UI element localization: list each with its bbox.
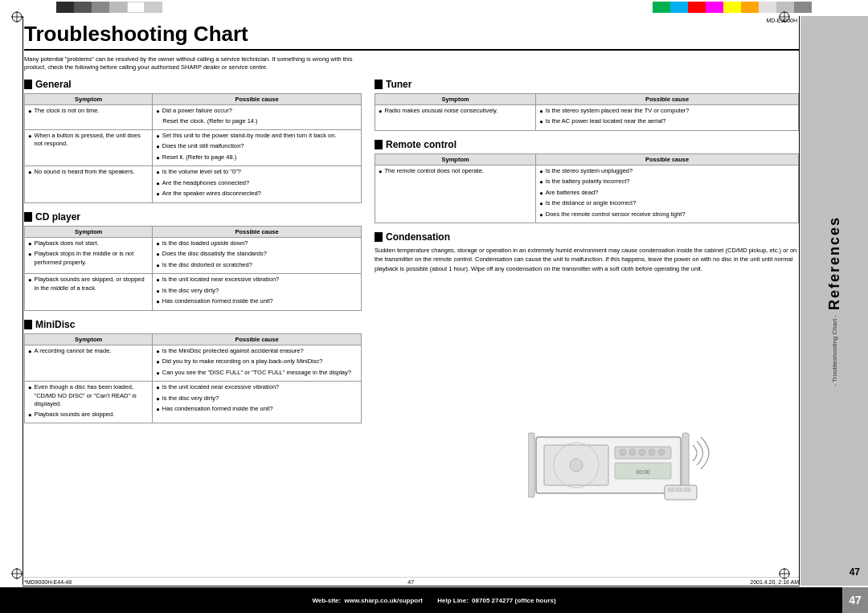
cd-player-table: Symptom Possible cause ●Playback does no… <box>24 226 362 311</box>
table-row: ●When a button is pressed, the unit does… <box>25 129 362 166</box>
minidisc-title-block <box>24 320 32 329</box>
cd-row2-symptom: ●Playback sounds are skipped, or stopped… <box>25 274 153 311</box>
minidisc-row1-cause: ●Is the MiniDisc protected against accid… <box>153 345 362 382</box>
minidisc-row2-cause: ●Is the unit located near excessive vibr… <box>153 382 362 423</box>
cd-title-block <box>24 212 32 222</box>
tuner-symptom-header: Symptom <box>375 93 536 104</box>
cd-player-title: CD player <box>24 211 362 223</box>
footer-right: 2001.4.20, 2:16 AM <box>750 579 799 585</box>
tuner-title-block <box>375 80 383 89</box>
left-column: General Symptom Possible cause <box>24 79 362 586</box>
svg-text:00:00: 00:00 <box>636 469 650 475</box>
table-row: ●Radio makes unusual noise consecutively… <box>375 104 799 130</box>
remote-title-block <box>375 140 383 149</box>
svg-point-18 <box>629 449 636 456</box>
remote-row1-cause: ●Is the stereo system unplugged? ●Is the… <box>536 165 799 223</box>
svg-point-20 <box>649 449 655 456</box>
svg-rect-28 <box>676 488 682 492</box>
general-row3-cause: ●Is the volume level set to "0"? ●Are th… <box>153 166 362 203</box>
left-border-line <box>23 16 23 585</box>
right-border-line <box>799 16 800 585</box>
page-wrapper: MD-E9000H References - Troubleshooting C… <box>0 0 868 613</box>
section-cd-player: CD player Symptom Possible cause <box>24 211 362 311</box>
two-col-layout: General Symptom Possible cause <box>24 79 799 586</box>
remote-row1-symptom: ●The remote control does not operate. <box>375 165 536 223</box>
reg-mark-bl <box>11 568 23 581</box>
table-row: ●The clock is not on time. ●Did a power … <box>25 104 362 129</box>
bottom-bar: Web-site: www.sharp.co.uk/support Help L… <box>0 587 868 613</box>
references-sub-label: - Troubleshooting Chart - <box>831 315 838 386</box>
footer-line <box>23 586 800 586</box>
general-row2-cause: ●Set this unit to the power stand-by mod… <box>153 129 362 166</box>
table-row: ●A recording cannot be made. ●Is the Min… <box>25 345 362 382</box>
section-general: General Symptom Possible cause <box>24 79 362 203</box>
general-table: Symptom Possible cause ●The clock is not… <box>24 93 362 203</box>
svg-rect-26 <box>665 485 697 500</box>
tuner-title: Tuner <box>375 79 799 90</box>
section-tuner: Tuner Symptom Possible cause <box>375 79 799 131</box>
helpline-number: 08705 274277 (office hours) <box>472 597 556 604</box>
minidisc-cause-header: Possible cause <box>153 333 362 345</box>
remote-control-table: Symptom Possible cause ●The remote contr… <box>375 153 799 224</box>
general-title: General <box>24 79 362 90</box>
condensation-body: Sudden temperature changes, storage or o… <box>375 246 799 273</box>
page-number-sidebar: 47 <box>850 566 860 578</box>
table-row: ●Playback sounds are skipped, or stopped… <box>25 274 362 311</box>
reg-mark-tl <box>11 11 23 24</box>
web-label: Web-site: <box>312 597 341 604</box>
cd-row2-cause: ●Is the unit located near excessive vibr… <box>153 274 362 311</box>
table-row: ●Even though a disc has been loaded, "CD… <box>25 382 362 423</box>
tuner-cause-header: Possible cause <box>536 93 799 104</box>
tuner-row1-symptom: ●Radio makes unusual noise consecutively… <box>375 104 536 130</box>
general-row2-symptom: ●When a button is pressed, the unit does… <box>25 129 153 166</box>
svg-point-17 <box>620 449 626 456</box>
minidisc-table: Symptom Possible cause ●A recording cann… <box>24 333 362 424</box>
page-title: Troubleshooting Chart <box>24 16 799 51</box>
web-url: www.sharp.co.uk/support <box>344 597 423 604</box>
general-title-block <box>24 80 32 89</box>
minidisc-title: MiniDisc <box>24 319 362 330</box>
table-row: ●Playback does not start. ●Playback stop… <box>25 237 362 274</box>
minidisc-row1-symptom: ●A recording cannot be made. <box>25 345 153 382</box>
cd-symptom-header: Symptom <box>25 226 153 237</box>
bottom-bar-content: Web-site: www.sharp.co.uk/support Help L… <box>312 597 555 604</box>
cd-cause-header: Possible cause <box>153 226 362 237</box>
references-label: References <box>826 216 843 310</box>
cd-row1-cause: ●Is the disc loaded upside down? ●Does t… <box>153 237 362 274</box>
general-cause-header: Possible cause <box>153 93 362 104</box>
remote-cause-header: Possible cause <box>536 153 799 165</box>
remote-control-title: Remote control <box>375 139 799 150</box>
cd-row1-symptom: ●Playback does not start. ●Playback stop… <box>25 237 153 274</box>
condensation-title: Condensation <box>375 231 799 243</box>
right-column: Tuner Symptom Possible cause <box>375 79 799 586</box>
helpline-label: Help Line: <box>437 597 469 604</box>
section-condensation: Condensation Sudden temperature changes,… <box>375 231 799 273</box>
general-row1-symptom: ●The clock is not on time. <box>25 104 153 129</box>
table-row: ●No sound is heard from the speakers. ●I… <box>25 166 362 203</box>
intro-text: Many potential "problems" can be resolve… <box>24 55 362 72</box>
section-minidisc: MiniDisc Symptom Possible cause <box>24 319 362 424</box>
page-number-badge: 47 <box>842 587 868 613</box>
section-remote-control: Remote control Symptom Possible cause <box>375 139 799 224</box>
svg-rect-27 <box>668 488 674 492</box>
svg-rect-24 <box>528 433 534 497</box>
condensation-title-block <box>375 232 383 242</box>
table-row: ●The remote control does not operate. ●I… <box>375 165 799 223</box>
general-row1-cause: ●Did a power failure occur? Reset the cl… <box>153 104 362 129</box>
references-sidebar: References - Troubleshooting Chart - 47 <box>800 16 868 586</box>
footer-center: 47 <box>407 579 414 585</box>
tuner-row1-cause: ●Is the stereo system placed near the TV… <box>536 104 799 130</box>
footer-left: *MD9000H-E44-48 <box>24 579 72 585</box>
minidisc-row2-symptom: ●Even though a disc has been loaded, "CD… <box>25 382 153 423</box>
general-row3-symptom: ●No sound is heard from the speakers. <box>25 166 153 203</box>
minidisc-symptom-header: Symptom <box>25 333 153 345</box>
svg-point-19 <box>639 449 645 456</box>
footer-info: *MD9000H-E44-48 47 2001.4.20, 2:16 AM <box>24 577 799 585</box>
main-content: Troubleshooting Chart Many potential "pr… <box>24 16 799 586</box>
tuner-table: Symptom Possible cause ●Radio makes unus… <box>375 93 799 131</box>
svg-point-15 <box>570 459 583 472</box>
general-symptom-header: Symptom <box>25 93 153 104</box>
svg-rect-29 <box>684 488 690 492</box>
svg-point-21 <box>658 449 665 456</box>
color-bar-left <box>56 2 162 13</box>
